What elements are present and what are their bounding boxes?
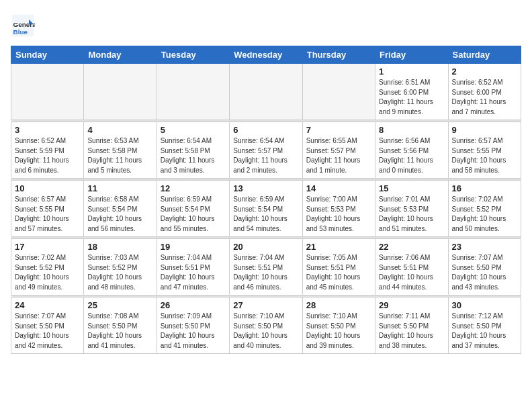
cell-info: Sunrise: 6:57 AMSunset: 5:55 PMDaylight:… [15,195,80,234]
day-number: 3 [15,125,80,135]
cell-info: Sunrise: 7:04 AMSunset: 5:51 PMDaylight:… [233,253,298,292]
cell-info: Sunrise: 6:59 AMSunset: 5:54 PMDaylight:… [161,195,226,234]
week-row-5: 24Sunrise: 7:07 AMSunset: 5:50 PMDayligh… [11,298,521,354]
day-number: 12 [161,183,226,193]
day-number: 24 [15,300,80,310]
week-row-3: 10Sunrise: 6:57 AMSunset: 5:55 PMDayligh… [11,181,521,237]
cell-info: Sunrise: 7:10 AMSunset: 5:50 PMDaylight:… [233,312,298,351]
calendar-cell: 15Sunrise: 7:01 AMSunset: 5:53 PMDayligh… [375,181,448,237]
calendar-cell [84,64,157,120]
calendar-cell: 7Sunrise: 6:55 AMSunset: 5:57 PMDaylight… [302,122,375,179]
cell-info: Sunrise: 7:12 AMSunset: 5:50 PMDaylight:… [452,312,517,351]
calendar-cell: 25Sunrise: 7:08 AMSunset: 5:50 PMDayligh… [84,298,157,354]
calendar-cell: 20Sunrise: 7:04 AMSunset: 5:51 PMDayligh… [230,239,302,295]
calendar-cell: 8Sunrise: 6:56 AMSunset: 5:56 PMDaylight… [375,122,448,179]
calendar-cell: 14Sunrise: 7:00 AMSunset: 5:53 PMDayligh… [302,181,375,237]
weekday-header-monday: Monday [84,46,157,64]
day-number: 18 [87,242,152,252]
calendar-cell: 16Sunrise: 7:02 AMSunset: 5:52 PMDayligh… [448,181,521,237]
calendar-cell: 5Sunrise: 6:54 AMSunset: 5:58 PMDaylight… [157,122,229,179]
calendar-cell: 10Sunrise: 6:57 AMSunset: 5:55 PMDayligh… [11,181,84,237]
cell-info: Sunrise: 7:02 AMSunset: 5:52 PMDaylight:… [452,195,517,234]
cell-info: Sunrise: 7:06 AMSunset: 5:51 PMDaylight:… [379,253,444,292]
calendar-cell: 27Sunrise: 7:10 AMSunset: 5:50 PMDayligh… [230,298,302,354]
calendar-cell: 4Sunrise: 6:53 AMSunset: 5:58 PMDaylight… [84,122,157,179]
cell-info: Sunrise: 6:54 AMSunset: 5:58 PMDaylight:… [161,136,226,175]
calendar-cell: 24Sunrise: 7:07 AMSunset: 5:50 PMDayligh… [11,298,84,354]
cell-info: Sunrise: 7:04 AMSunset: 5:51 PMDaylight:… [161,253,226,292]
weekday-header-tuesday: Tuesday [157,46,229,64]
cell-info: Sunrise: 6:52 AMSunset: 6:00 PMDaylight:… [452,78,517,117]
calendar-cell [157,64,229,120]
header: General Blue [11,11,521,38]
calendar-cell: 1Sunrise: 6:51 AMSunset: 6:00 PMDaylight… [375,64,448,120]
cell-info: Sunrise: 6:51 AMSunset: 6:00 PMDaylight:… [379,78,444,117]
calendar-cell [302,64,375,120]
calendar-cell [230,64,302,120]
calendar-cell: 26Sunrise: 7:09 AMSunset: 5:50 PMDayligh… [157,298,229,354]
day-number: 29 [379,300,444,310]
calendar-cell: 2Sunrise: 6:52 AMSunset: 6:00 PMDaylight… [448,64,521,120]
logo-icon: General Blue [11,13,35,38]
calendar-cell: 12Sunrise: 6:59 AMSunset: 5:54 PMDayligh… [157,181,229,237]
cell-info: Sunrise: 6:55 AMSunset: 5:57 PMDaylight:… [306,136,371,175]
day-number: 9 [452,125,517,135]
svg-text:Blue: Blue [13,28,28,36]
calendar-table: SundayMondayTuesdayWednesdayThursdayFrid… [11,46,521,354]
calendar-cell: 9Sunrise: 6:57 AMSunset: 5:55 PMDaylight… [448,122,521,179]
cell-info: Sunrise: 6:58 AMSunset: 5:54 PMDaylight:… [87,195,152,234]
cell-info: Sunrise: 7:09 AMSunset: 5:50 PMDaylight:… [161,312,226,351]
day-number: 6 [233,125,298,135]
calendar-cell: 6Sunrise: 6:54 AMSunset: 5:57 PMDaylight… [230,122,302,179]
day-number: 4 [87,125,152,135]
weekday-header-sunday: Sunday [11,46,84,64]
cell-info: Sunrise: 7:07 AMSunset: 5:50 PMDaylight:… [15,312,80,351]
day-number: 19 [161,242,226,252]
calendar-cell: 3Sunrise: 6:52 AMSunset: 5:59 PMDaylight… [11,122,84,179]
day-number: 2 [452,66,517,77]
cell-info: Sunrise: 7:02 AMSunset: 5:52 PMDaylight:… [15,253,80,292]
weekday-header-row: SundayMondayTuesdayWednesdayThursdayFrid… [11,46,521,64]
weekday-header-saturday: Saturday [448,46,521,64]
day-number: 25 [87,300,152,310]
calendar-cell: 13Sunrise: 6:59 AMSunset: 5:54 PMDayligh… [230,181,302,237]
calendar-cell: 28Sunrise: 7:10 AMSunset: 5:50 PMDayligh… [302,298,375,354]
day-number: 28 [306,300,371,310]
cell-info: Sunrise: 7:01 AMSunset: 5:53 PMDaylight:… [379,195,444,234]
svg-text:General: General [13,21,35,28]
day-number: 20 [233,242,298,252]
cell-info: Sunrise: 6:56 AMSunset: 5:56 PMDaylight:… [379,136,444,175]
day-number: 21 [306,242,371,252]
calendar-cell: 29Sunrise: 7:11 AMSunset: 5:50 PMDayligh… [375,298,448,354]
weekday-header-thursday: Thursday [302,46,375,64]
cell-info: Sunrise: 7:07 AMSunset: 5:50 PMDaylight:… [452,253,517,292]
calendar-cell: 18Sunrise: 7:03 AMSunset: 5:52 PMDayligh… [84,239,157,295]
cell-info: Sunrise: 7:10 AMSunset: 5:50 PMDaylight:… [306,312,371,351]
day-number: 22 [379,242,444,252]
cell-info: Sunrise: 7:00 AMSunset: 5:53 PMDaylight:… [306,195,371,234]
cell-info: Sunrise: 6:54 AMSunset: 5:57 PMDaylight:… [233,136,298,175]
week-row-1: 1Sunrise: 6:51 AMSunset: 6:00 PMDaylight… [11,64,521,120]
day-number: 14 [306,183,371,193]
cell-info: Sunrise: 7:11 AMSunset: 5:50 PMDaylight:… [379,312,444,351]
day-number: 17 [15,242,80,252]
page: General Blue SundayMondayTuesdayWednesda… [0,0,532,365]
day-number: 26 [161,300,226,310]
day-number: 10 [15,183,80,193]
weekday-header-wednesday: Wednesday [230,46,302,64]
calendar-cell: 19Sunrise: 7:04 AMSunset: 5:51 PMDayligh… [157,239,229,295]
day-number: 16 [452,183,517,193]
calendar-cell: 17Sunrise: 7:02 AMSunset: 5:52 PMDayligh… [11,239,84,295]
calendar-cell: 11Sunrise: 6:58 AMSunset: 5:54 PMDayligh… [84,181,157,237]
cell-info: Sunrise: 6:59 AMSunset: 5:54 PMDaylight:… [233,195,298,234]
day-number: 23 [452,242,517,252]
logo: General Blue [11,13,38,38]
day-number: 8 [379,125,444,135]
cell-info: Sunrise: 7:05 AMSunset: 5:51 PMDaylight:… [306,253,371,292]
week-row-4: 17Sunrise: 7:02 AMSunset: 5:52 PMDayligh… [11,239,521,295]
day-number: 1 [379,66,444,77]
weekday-header-friday: Friday [375,46,448,64]
calendar-cell: 30Sunrise: 7:12 AMSunset: 5:50 PMDayligh… [448,298,521,354]
cell-info: Sunrise: 6:57 AMSunset: 5:55 PMDaylight:… [452,136,517,175]
week-row-2: 3Sunrise: 6:52 AMSunset: 5:59 PMDaylight… [11,122,521,179]
